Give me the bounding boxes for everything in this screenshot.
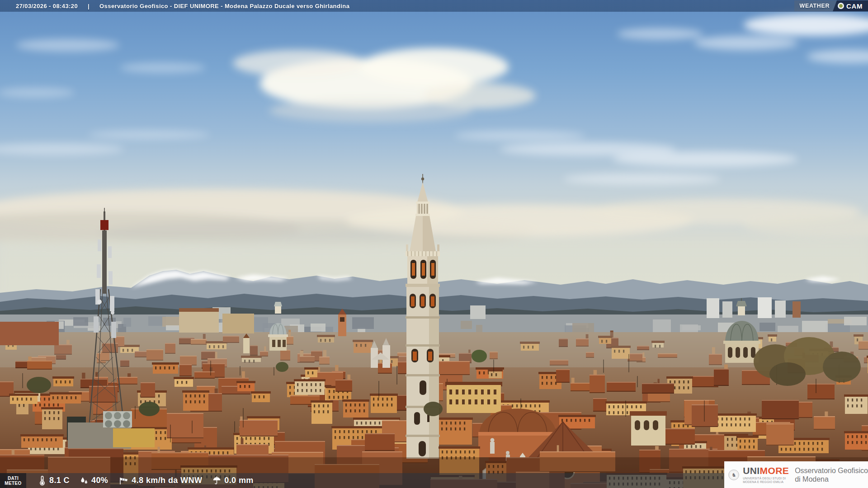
cam-word: CAM xyxy=(846,2,863,10)
statue xyxy=(490,438,495,454)
wind-value: 4.8 km/h da WNW xyxy=(132,476,202,485)
unimore-subtitle-2: MODENA E REGGIO EMILIA xyxy=(743,480,789,484)
webcam-photo xyxy=(0,0,868,488)
unimore-more: MORE xyxy=(760,465,789,476)
palace-facade xyxy=(445,382,502,413)
rain-value: 0.0 mm xyxy=(224,476,253,485)
loggia-building xyxy=(630,411,667,446)
observatory-name: Osservatorio Geofisico di Modena xyxy=(795,466,868,483)
dati-line1: DATI xyxy=(8,476,19,481)
unimore-subtitle-1: UNIVERSITÀ DEGLI STUDI DI xyxy=(743,477,789,480)
dati-meteo-label: DATI METEO xyxy=(0,473,26,488)
top-info-bar: 27/03/2026 - 08:43:20 | Osservatorio Geo… xyxy=(0,0,868,12)
wind-icon xyxy=(118,476,129,486)
weathercam-word: WEATHER xyxy=(800,3,830,9)
wind-reading: 4.8 km/h da WNW xyxy=(118,476,202,486)
temperature-reading: 8.1 C xyxy=(38,476,70,486)
weathercam-logo[interactable]: WEATHER CAM xyxy=(794,0,868,11)
unimore-seal: ♞ xyxy=(728,464,739,486)
humidity-value: 40% xyxy=(91,476,108,485)
humidity-reading: 40% xyxy=(80,476,108,486)
unimore-branding[interactable]: ♞ UNIMORE UNIVERSITÀ DEGLI STUDI DI MODE… xyxy=(724,461,868,488)
unimore-uni: UNI xyxy=(743,465,760,476)
weather-readings: 8.1 C 40% 4.8 km/h da WNW 0.0 xyxy=(38,476,254,486)
humidity-icon xyxy=(80,476,89,486)
observatory-line1: Osservatorio Geofisico xyxy=(795,466,868,475)
cam-box: CAM xyxy=(833,0,868,11)
page-title: Osservatorio Geofisico - DIEF UNIMORE - … xyxy=(99,3,349,9)
temperature-value: 8.1 C xyxy=(49,476,70,485)
rain-reading: 0.0 mm xyxy=(212,476,253,486)
rain-icon xyxy=(212,476,222,486)
unimore-wordmark: UNIMORE UNIVERSITÀ DEGLI STUDI DI MODENA… xyxy=(743,466,789,483)
datetime-label: 27/03/2026 - 08:43:20 xyxy=(16,3,78,9)
dati-line2: METEO xyxy=(5,481,22,486)
seal-knight-glyph: ♞ xyxy=(731,472,736,477)
separator: | xyxy=(88,3,90,9)
camera-lens-icon xyxy=(838,3,844,9)
thermometer-icon xyxy=(38,476,47,486)
observatory-line2: di Modena xyxy=(795,475,868,483)
